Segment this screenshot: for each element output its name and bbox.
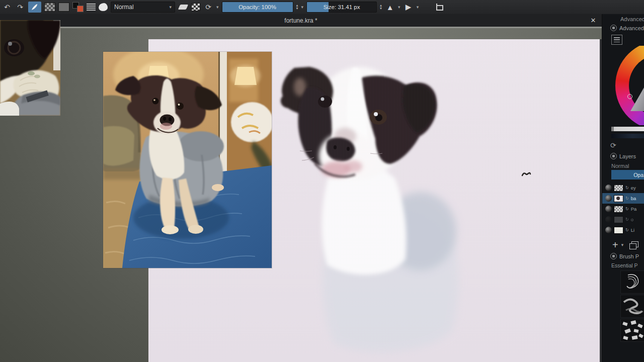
docker-lock-icon bbox=[610, 25, 617, 31]
chevron-down-icon[interactable]: ▾ bbox=[301, 5, 304, 10]
opacity-spinner[interactable]: ▴▾ bbox=[296, 4, 298, 10]
layer-list: ↻ ey ↻ ba ↻ Pa ↻ o bbox=[602, 183, 644, 235]
inherit-alpha-icon[interactable]: ↻ bbox=[625, 228, 629, 232]
layer-row[interactable]: ↻ Li bbox=[602, 225, 644, 235]
brush-preset-thumbnail[interactable] bbox=[620, 295, 644, 318]
chevron-down-icon[interactable]: ▾ bbox=[398, 5, 400, 10]
blend-mode-value: Normal bbox=[114, 4, 134, 11]
layer-row[interactable]: ↻ ba bbox=[602, 193, 644, 204]
brush-presets-docker-title: Brush P bbox=[619, 253, 639, 259]
layer-actions-row: + ▾ bbox=[602, 235, 644, 251]
color-selector-settings-icon[interactable] bbox=[611, 35, 622, 45]
inherit-alpha-icon[interactable]: ↻ bbox=[625, 186, 629, 190]
brush-preset-thumbnail[interactable] bbox=[620, 319, 644, 342]
right-dock-panel: Advanced C Advanced C ⟳ Layers Normal Op… bbox=[602, 14, 644, 362]
inherit-alpha-icon[interactable]: ↻ bbox=[625, 207, 629, 211]
brush-preset-icon[interactable] bbox=[99, 3, 108, 11]
preserve-alpha-icon[interactable] bbox=[191, 3, 200, 11]
layer-thumbnail bbox=[614, 195, 623, 202]
lightness-slider[interactable] bbox=[611, 127, 644, 131]
brush-presets-docker-tab[interactable]: Brush P bbox=[602, 251, 644, 261]
size-slider-label: Size: 31.41 px bbox=[307, 2, 376, 12]
color-history-slider[interactable] bbox=[611, 134, 644, 138]
layer-name: o bbox=[631, 217, 633, 222]
size-spinner[interactable]: ▴▾ bbox=[380, 4, 382, 10]
brush-icon bbox=[31, 3, 39, 11]
document-tab-bar: fortune.kra * ✕ bbox=[0, 14, 602, 28]
layer-opacity-label: Opa bbox=[633, 170, 643, 179]
close-icon[interactable]: ✕ bbox=[589, 16, 598, 25]
reference-photo-zoomed-crop bbox=[0, 20, 60, 116]
layer-name: Li bbox=[631, 227, 634, 233]
add-layer-button[interactable]: + bbox=[612, 240, 618, 249]
docker-lock-icon bbox=[610, 253, 617, 259]
visibility-eye-icon[interactable] bbox=[605, 216, 612, 223]
krita-window: ↶ ↷ Normal ▾ ⟳ ▾ Opacity: 100% ▴▾ ▾ bbox=[0, 0, 644, 362]
layer-blend-mode-select[interactable]: Normal bbox=[602, 161, 644, 170]
blend-mode-select[interactable]: Normal ▾ bbox=[111, 2, 175, 13]
layers-docker-tab[interactable]: Layers bbox=[602, 151, 644, 161]
chevron-down-icon[interactable]: ▾ bbox=[417, 5, 419, 10]
duplicate-layer-button[interactable] bbox=[629, 241, 637, 248]
layer-opacity-slider[interactable]: Opa bbox=[611, 170, 644, 179]
brush-preset-thumbnail[interactable] bbox=[620, 270, 644, 294]
layer-thumbnail bbox=[614, 206, 623, 213]
mirror-horizontal-icon[interactable]: ▶ bbox=[404, 2, 414, 12]
layer-thumbnail bbox=[614, 216, 623, 223]
hue-ring[interactable] bbox=[615, 46, 644, 125]
undo-icon[interactable]: ↶ bbox=[2, 2, 12, 12]
chevron-down-icon: ▾ bbox=[169, 5, 172, 10]
chevron-down-icon[interactable]: ▾ bbox=[216, 5, 219, 10]
inherit-alpha-icon[interactable]: ↻ bbox=[625, 217, 629, 222]
canvas-workspace bbox=[0, 28, 602, 362]
crop-tool-icon[interactable] bbox=[435, 2, 445, 12]
advanced-color-docker-tab[interactable]: Advanced C bbox=[602, 23, 644, 33]
redo-icon[interactable]: ↷ bbox=[15, 2, 25, 12]
chevron-down-icon[interactable]: ▾ bbox=[621, 242, 624, 247]
opacity-slider-label: Opacity: 100% bbox=[222, 2, 293, 12]
visibility-eye-icon[interactable] bbox=[605, 185, 612, 191]
dog-painting-artwork bbox=[277, 48, 478, 359]
main-toolbar: ↶ ↷ Normal ▾ ⟳ ▾ Opacity: 100% ▴▾ ▾ bbox=[0, 0, 644, 14]
reference-photo bbox=[103, 52, 272, 268]
stray-brush-mark bbox=[521, 170, 532, 179]
color-picker-handle[interactable] bbox=[627, 94, 632, 99]
eraser-mode-icon[interactable] bbox=[178, 2, 188, 12]
color-wheel[interactable] bbox=[602, 46, 644, 125]
layers-docker-title: Layers bbox=[619, 153, 636, 159]
advanced-color-docker-title: Advanced C bbox=[619, 25, 644, 31]
brush-stroke-icon bbox=[621, 271, 644, 294]
docker-lock-icon bbox=[610, 153, 617, 159]
visibility-eye-icon[interactable] bbox=[605, 227, 612, 233]
gradient-fill-swatch[interactable] bbox=[44, 3, 55, 12]
layer-name: Pa bbox=[631, 206, 637, 212]
chalk-texture-icon bbox=[621, 319, 644, 342]
preset-tag-filter[interactable]: Essential P bbox=[602, 261, 644, 270]
background-color[interactable] bbox=[77, 6, 84, 12]
layer-name: ey bbox=[631, 185, 636, 191]
visibility-eye-icon[interactable] bbox=[605, 206, 612, 212]
layer-row[interactable]: ↻ ey bbox=[602, 183, 644, 193]
brush-size-slider[interactable]: Size: 31.41 px bbox=[306, 2, 377, 13]
pattern-fill-swatch[interactable] bbox=[58, 3, 69, 12]
document-tab[interactable]: fortune.kra * bbox=[0, 14, 602, 27]
layer-name: ba bbox=[631, 196, 636, 201]
advanced-color-window-title: Advanced C bbox=[602, 14, 644, 23]
foreground-background-color-swatch[interactable] bbox=[72, 2, 84, 12]
layer-row[interactable]: ↻ Pa bbox=[602, 204, 644, 214]
layer-thumbnail bbox=[614, 227, 623, 234]
layer-row[interactable]: ↻ o bbox=[602, 214, 644, 225]
choose-workspace-icon[interactable] bbox=[87, 4, 96, 11]
freehand-brush-tool-button[interactable] bbox=[28, 2, 41, 13]
brush-preset-grid bbox=[602, 270, 644, 342]
smudge-stroke-icon bbox=[621, 295, 644, 318]
mirror-vertical-icon[interactable]: ▲ bbox=[385, 2, 395, 12]
opacity-slider[interactable]: Opacity: 100% bbox=[222, 2, 293, 13]
visibility-eye-icon[interactable] bbox=[605, 195, 612, 202]
reload-preset-icon[interactable]: ⟳ bbox=[203, 2, 213, 12]
inherit-alpha-icon[interactable]: ↻ bbox=[625, 196, 629, 201]
layer-thumbnail bbox=[614, 185, 623, 192]
sync-colors-icon[interactable]: ⟳ bbox=[610, 141, 619, 149]
